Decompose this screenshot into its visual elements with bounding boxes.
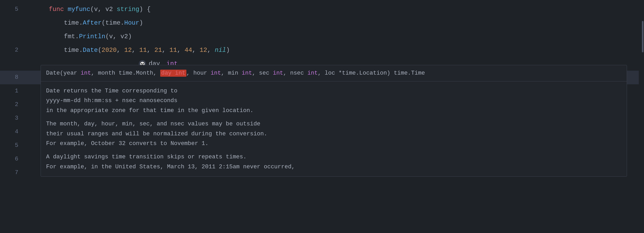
sig-int5: int — [307, 70, 318, 76]
line-number-7: 7 — [5, 166, 18, 180]
tooltip-line2: yyyy-mm-dd hh:mm:ss + nsec nanoseconds — [46, 97, 177, 104]
line-number-4: 4 — [5, 125, 18, 139]
sig-middle: , month time.Month, — [91, 70, 160, 76]
month-val: 12 — [124, 47, 132, 54]
line-number-8: 8 — [5, 71, 18, 84]
tooltip-para3: A daylight savings time transition skips… — [46, 152, 621, 172]
nsec-val: 12 — [200, 47, 207, 54]
day-val: 11 — [139, 47, 147, 54]
comma1: , — [117, 47, 124, 54]
tooltip-popup: Date(year int, month time.Month, day int… — [41, 65, 627, 177]
line-number-5: 5 — [5, 3, 18, 16]
line-number-1: 1 — [5, 84, 18, 98]
line-number-5b: 5 — [5, 139, 18, 152]
indent3: time. — [49, 47, 83, 54]
tooltip-signature: Date(year int, month time.Month, day int… — [41, 65, 627, 81]
sig-int1: int — [81, 70, 91, 76]
paren-open2: ( — [98, 47, 102, 54]
tooltip-p3l2: For example, in the United States, March… — [46, 164, 295, 170]
comma4: , — [162, 47, 170, 54]
method-date: Date — [83, 47, 98, 54]
sec-val: 44 — [185, 47, 192, 54]
min-val: 11 — [169, 47, 177, 54]
tooltip-p2l2: their usual ranges and will be normalize… — [46, 131, 267, 137]
tooltip-p3l1: A daylight savings time transition skips… — [46, 154, 247, 160]
code-line-date-full: 2 time.Date(2020, 12, 11, 21, 11, 44, 12… — [0, 43, 644, 57]
tooltip-line3: in the appropriate zone for that time in… — [46, 107, 253, 114]
line-number-3: 3 — [5, 112, 18, 125]
comma3: , — [147, 47, 154, 54]
sig-int4: int — [273, 70, 283, 76]
nil-val: nil — [215, 47, 226, 54]
year-val: 2020 — [102, 47, 117, 54]
scrollbar-thumb[interactable] — [642, 21, 643, 52]
sig-prefix: Date(year — [46, 70, 81, 76]
line-number-6: 6 — [5, 152, 18, 166]
sig-loc: , loc *time.Location) time.Time — [318, 70, 425, 76]
sig-highlight-day: day int — [160, 70, 186, 77]
paren-close2: ) — [226, 47, 230, 54]
comma2: , — [132, 47, 139, 54]
tooltip-line1: Date returns the Time corresponding to — [46, 88, 177, 94]
tooltip-para1: Date returns the Time corresponding to y… — [46, 86, 621, 115]
line-number-2b: 2 — [5, 98, 18, 112]
sig-int3: int — [242, 70, 252, 76]
sig-comma-sec: , sec — [252, 70, 273, 76]
scrollbar-track[interactable] — [639, 0, 644, 233]
comma5: , — [177, 47, 185, 54]
comma7: , — [207, 47, 215, 54]
tooltip-p2l3: For example, October 32 converts to Nove… — [46, 140, 209, 147]
paren-close1: ) — [139, 19, 143, 26]
tooltip-para2: The month, day, hour, min, sec, and nsec… — [46, 119, 621, 148]
hour-val: 21 — [154, 47, 162, 54]
tooltip-p2l1: The month, day, hour, min, sec, and nsec… — [46, 121, 260, 127]
comma6: , — [192, 47, 200, 54]
sig-comma-min: , min — [221, 70, 242, 76]
sig-comma-hour: , hour — [186, 70, 210, 76]
sig-comma-nsec: , nsec — [283, 70, 307, 76]
line-number-2: 2 — [5, 43, 18, 57]
tooltip-body: Date returns the Time corresponding to y… — [41, 81, 627, 176]
sig-int2: int — [211, 70, 221, 76]
